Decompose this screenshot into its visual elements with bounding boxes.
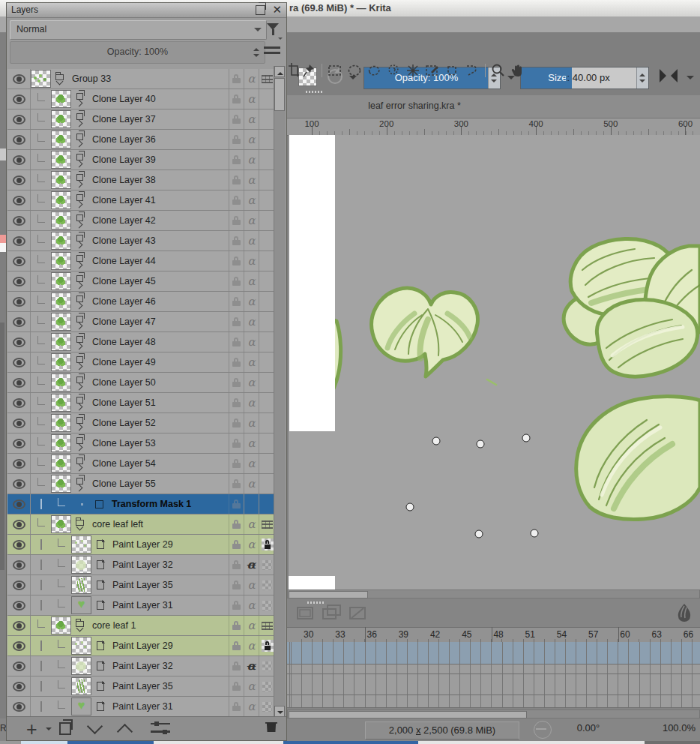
visibility-cell[interactable] [7, 272, 31, 291]
lock-icon[interactable] [232, 139, 241, 144]
lock-icon[interactable] [232, 544, 241, 549]
lock-cell[interactable] [229, 697, 244, 716]
timeline-hscrollbar-thumb[interactable] [289, 711, 527, 718]
lock-cell[interactable] [229, 272, 244, 291]
lock-cell[interactable] [229, 292, 244, 311]
alpha-lock-cell[interactable]: α [244, 474, 259, 494]
layer-row[interactable]: Clone Layer 55α [7, 474, 275, 494]
duplicate-layer-button[interactable] [59, 722, 71, 735]
document-tab-label[interactable]: leaf error sharing.kra * [287, 100, 542, 111]
layer-type-icon[interactable] [72, 356, 88, 369]
inherit-alpha-cell[interactable] [259, 110, 275, 129]
eye-icon[interactable] [13, 297, 25, 307]
lock-cell[interactable] [229, 150, 244, 170]
lock-icon[interactable] [232, 78, 241, 83]
visibility-cell[interactable] [7, 656, 31, 676]
layer-row[interactable]: Clone Layer 38α [7, 170, 275, 190]
layer-properties-button[interactable] [151, 723, 170, 733]
eye-icon[interactable] [13, 236, 25, 246]
layer-list-scrollbar[interactable] [274, 66, 286, 717]
layer-thumbnail[interactable] [51, 272, 71, 290]
lock-icon[interactable] [232, 483, 241, 488]
visibility-cell[interactable] [7, 110, 31, 129]
alpha-icon[interactable]: α [247, 578, 255, 592]
lock-cell[interactable] [229, 494, 244, 514]
lock-cell[interactable] [229, 535, 244, 554]
chevron-right-icon[interactable] [76, 484, 83, 491]
chevron-right-icon[interactable] [76, 322, 83, 329]
frame-track[interactable] [287, 695, 700, 708]
scroll-down-button[interactable] [274, 706, 285, 717]
lock-icon[interactable] [232, 159, 241, 164]
eye-icon[interactable] [13, 459, 25, 469]
layer-row[interactable]: Clone Layer 39α [7, 150, 275, 170]
frame-number[interactable]: 54 [557, 629, 567, 640]
inherit-alpha-cell[interactable] [259, 352, 275, 372]
layer-thumbnail[interactable] [51, 414, 71, 432]
layer-type-icon[interactable] [92, 682, 108, 691]
layer-thumbnail[interactable] [51, 475, 71, 493]
layer-type-icon[interactable] [72, 113, 88, 126]
lock-cell[interactable] [229, 352, 244, 372]
onion-skin-icon[interactable] [674, 602, 695, 622]
layer-row[interactable]: Clone Layer 42α [7, 211, 275, 231]
lock-icon[interactable] [232, 625, 241, 630]
alpha-lock-cell[interactable]: α [244, 454, 259, 473]
lock-cell[interactable] [229, 190, 244, 210]
alpha-lock-cell[interactable]: α [244, 676, 259, 696]
inherit-alpha-cell[interactable] [259, 130, 275, 149]
layer-row[interactable]: ♥Paint Layer 31α [7, 596, 275, 616]
inherit-alpha-checker-icon[interactable] [262, 580, 272, 590]
alpha-lock-cell[interactable]: α [244, 616, 259, 635]
eye-icon[interactable] [13, 418, 25, 428]
eye-icon[interactable] [13, 601, 25, 610]
frame-number[interactable]: 60 [620, 629, 630, 640]
visibility-cell[interactable] [7, 251, 31, 271]
inherit-alpha-cell[interactable] [259, 89, 275, 109]
layer-opacity-spinner[interactable] [252, 42, 263, 63]
visibility-cell[interactable] [7, 150, 31, 170]
chevron-right-icon[interactable] [76, 261, 83, 268]
inherit-alpha-cell[interactable] [259, 616, 275, 635]
lock-icon[interactable] [232, 564, 241, 569]
lock-cell[interactable] [229, 231, 244, 250]
frame-number[interactable]: 42 [430, 629, 440, 640]
alpha-icon[interactable]: α [247, 315, 255, 328]
canvas-area[interactable] [289, 135, 700, 590]
layer-row[interactable]: Clone Layer 40α [7, 89, 275, 110]
inherit-alpha-cell[interactable] [259, 373, 275, 392]
chevron-right-icon[interactable] [76, 160, 83, 167]
alpha-icon[interactable]: α [247, 680, 255, 693]
bezier-select-tool-icon[interactable] [425, 63, 440, 78]
lock-icon[interactable] [232, 321, 241, 326]
transform-handle[interactable] [432, 437, 441, 446]
inherit-alpha-cell[interactable] [259, 231, 275, 250]
frame-number[interactable]: 33 [335, 629, 345, 640]
layer-type-icon[interactable] [92, 702, 108, 711]
lock-icon[interactable] [232, 382, 241, 387]
layer-type-icon[interactable] [72, 376, 88, 389]
lock-icon[interactable] [232, 179, 241, 184]
inherit-alpha-cell[interactable] [259, 656, 275, 676]
inherit-alpha-cell[interactable] [259, 697, 275, 716]
layer-thumbnail[interactable] [51, 434, 71, 452]
layer-thumbnail[interactable] [51, 252, 71, 270]
layer-type-icon[interactable] [92, 560, 108, 569]
frame-number[interactable]: 30 [304, 629, 313, 640]
alpha-lock-cell[interactable]: α [244, 211, 259, 230]
eye-icon[interactable] [13, 94, 25, 104]
eye-icon[interactable] [13, 115, 25, 124]
alpha-locked-icon[interactable] [262, 538, 274, 550]
transform-handle[interactable] [475, 530, 483, 538]
alpha-lock-cell[interactable]: α [244, 292, 259, 311]
lock-cell[interactable] [229, 636, 244, 656]
alpha-icon[interactable]: α [247, 416, 255, 430]
canvas-hscrollbar[interactable] [287, 590, 700, 598]
chevron-right-icon[interactable] [76, 302, 83, 309]
alpha-lock-cell[interactable]: α [244, 393, 259, 412]
layer-row[interactable]: Clone Layer 37α [7, 110, 275, 130]
layer-type-icon[interactable] [72, 458, 88, 470]
visibility-cell[interactable] [7, 211, 31, 230]
alpha-icon[interactable]: α [247, 274, 255, 288]
outline-select-tool-icon[interactable] [444, 63, 459, 78]
